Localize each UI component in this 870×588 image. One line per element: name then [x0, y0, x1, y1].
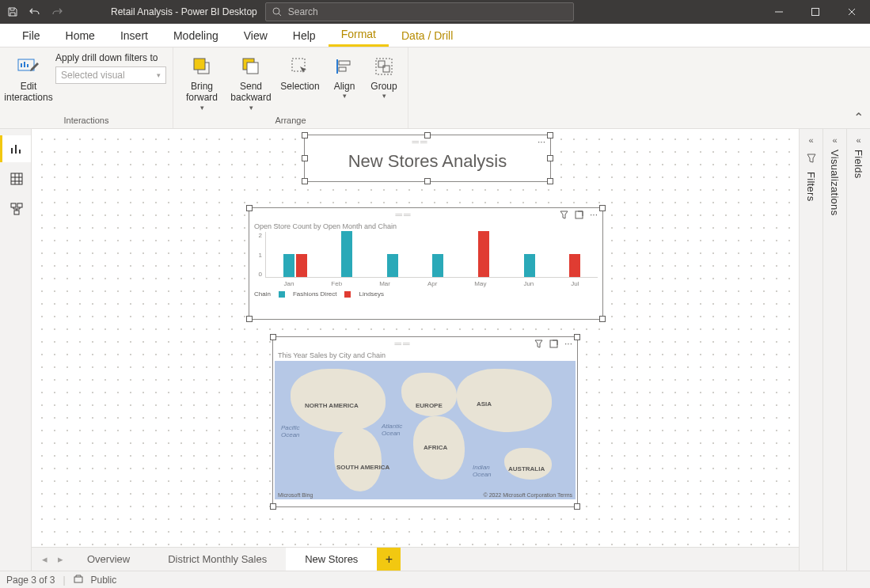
close-button[interactable]	[834, 0, 870, 24]
svg-rect-17	[576, 211, 583, 218]
svg-rect-4	[194, 59, 205, 70]
chart-title: Open Store Count by Open Month and Chain	[249, 221, 602, 232]
chevron-left-icon: «	[856, 135, 861, 145]
edit-interactions-button[interactable]: Edit interactions	[6, 51, 51, 104]
map-attribution-right: © 2022 Microsoft Corporation Terms	[484, 492, 572, 498]
more-icon[interactable]: ···	[538, 136, 545, 147]
drag-grip-icon[interactable]: ══	[310, 136, 531, 147]
menu-insert[interactable]: Insert	[108, 24, 161, 47]
chart-legend: Chain Fashions Direct Lindseys	[249, 287, 602, 301]
ribbon-group-arrange: Bring forward▾ Send backward▾ Selection …	[173, 47, 408, 128]
data-view-button[interactable]	[0, 165, 31, 192]
visual-bar-chart[interactable]: ══ ··· Open Store Count by Open Month an…	[249, 208, 602, 319]
tab-next-button[interactable]: ▸	[52, 548, 68, 571]
chevron-down-icon: ▾	[157, 71, 161, 79]
menu-bar: File Home Insert Modeling View Help Form…	[0, 24, 870, 47]
menu-view[interactable]: View	[231, 24, 280, 47]
tab-prev-button[interactable]: ◂	[36, 548, 52, 571]
menu-help[interactable]: Help	[280, 24, 329, 47]
search-input[interactable]: Search	[265, 2, 574, 21]
send-backward-button[interactable]: Send backward▾	[229, 51, 273, 112]
status-sensitivity: Public	[91, 575, 117, 586]
fields-pane-collapsed[interactable]: « Fields	[846, 129, 870, 571]
minimize-button[interactable]	[761, 0, 797, 24]
svg-rect-11	[378, 61, 385, 67]
map-title: This Year Sales by City and Chain	[273, 350, 577, 361]
page-tabs: ◂ ▸ Overview District Monthly Sales New …	[32, 547, 799, 571]
drag-grip-icon[interactable]: ══	[278, 338, 528, 349]
svg-rect-8	[339, 61, 350, 65]
chevron-left-icon: «	[832, 135, 837, 145]
svg-rect-9	[339, 67, 346, 71]
svg-rect-19	[74, 577, 82, 582]
filter-icon	[806, 153, 817, 167]
add-page-button[interactable]: +	[377, 548, 401, 571]
search-placeholder: Search	[288, 6, 318, 17]
search-icon	[272, 7, 282, 17]
redo-icon[interactable]	[51, 6, 63, 18]
maximize-button[interactable]	[797, 0, 834, 24]
align-icon	[332, 54, 357, 79]
svg-rect-16	[14, 211, 19, 214]
sensitivity-icon[interactable]	[74, 574, 83, 586]
view-switcher	[0, 129, 32, 571]
title-text: New Stores Analysis	[305, 148, 550, 172]
svg-rect-13	[11, 173, 22, 184]
collapse-ribbon-icon[interactable]: ⌃	[853, 110, 864, 125]
selection-icon	[287, 54, 313, 79]
page-tab-overview[interactable]: Overview	[68, 548, 149, 571]
svg-rect-12	[383, 66, 389, 72]
model-view-button[interactable]	[0, 195, 31, 222]
status-bar: Page 3 of 3 | Public	[0, 571, 870, 588]
app-title: Retail Analysis - Power BI Desktop	[111, 6, 257, 17]
filter-icon[interactable]	[560, 211, 568, 219]
report-canvas[interactable]: ══··· New Stores Analysis ══ ··· Open St…	[32, 129, 799, 547]
ribbon: Edit interactions Apply drill down filte…	[0, 47, 870, 129]
more-icon[interactable]: ···	[590, 209, 598, 220]
align-button[interactable]: Align▾	[327, 51, 362, 101]
filters-pane-collapsed[interactable]: « Filters	[799, 129, 823, 571]
chart-plot-area	[265, 232, 598, 278]
undo-icon[interactable]	[28, 6, 41, 18]
apply-drill-select[interactable]: Selected visual ▾	[55, 66, 166, 84]
map-area[interactable]: NORTH AMERICA SOUTH AMERICA EUROPE AFRIC…	[275, 361, 576, 499]
group-button[interactable]: Group▾	[367, 51, 401, 101]
svg-rect-14	[11, 203, 16, 207]
menu-home[interactable]: Home	[53, 24, 108, 47]
map-attribution-left: Microsoft Bing	[278, 492, 313, 498]
more-icon[interactable]: ···	[564, 338, 572, 349]
svg-rect-15	[17, 203, 22, 207]
report-view-button[interactable]	[0, 135, 31, 162]
menu-data-drill[interactable]: Data / Drill	[389, 24, 465, 47]
focus-mode-icon[interactable]	[575, 211, 583, 219]
bring-forward-button[interactable]: Bring forward▾	[180, 51, 224, 112]
bring-forward-icon	[189, 54, 215, 79]
visualizations-pane-collapsed[interactable]: « Visualizations	[823, 129, 846, 571]
send-backward-icon	[238, 54, 264, 79]
menu-modeling[interactable]: Modeling	[161, 24, 231, 47]
status-page: Page 3 of 3	[6, 575, 55, 586]
page-tab-newstores[interactable]: New Stores	[286, 548, 377, 571]
visual-title[interactable]: ══··· New Stores Analysis	[305, 135, 550, 181]
ribbon-group-interactions: Edit interactions Apply drill down filte…	[0, 47, 173, 128]
visual-map[interactable]: ══ ··· This Year Sales by City and Chain	[273, 337, 577, 506]
focus-mode-icon[interactable]	[549, 340, 558, 348]
page-tab-district[interactable]: District Monthly Sales	[149, 548, 286, 571]
group-icon	[371, 54, 397, 79]
drag-grip-icon[interactable]: ══	[254, 209, 553, 220]
svg-rect-18	[550, 340, 557, 347]
apply-drill-label: Apply drill down filters to	[55, 52, 166, 63]
title-bar: Retail Analysis - Power BI Desktop Searc…	[0, 0, 870, 24]
svg-point-0	[273, 8, 279, 14]
svg-rect-1	[812, 9, 819, 16]
svg-rect-6	[247, 63, 258, 74]
selection-button[interactable]: Selection	[278, 51, 322, 92]
chevron-left-icon: «	[808, 135, 813, 145]
save-icon[interactable]	[6, 6, 19, 18]
edit-interactions-icon	[16, 54, 41, 79]
menu-format[interactable]: Format	[329, 24, 389, 47]
menu-file[interactable]: File	[9, 24, 53, 47]
filter-icon[interactable]	[534, 340, 543, 348]
